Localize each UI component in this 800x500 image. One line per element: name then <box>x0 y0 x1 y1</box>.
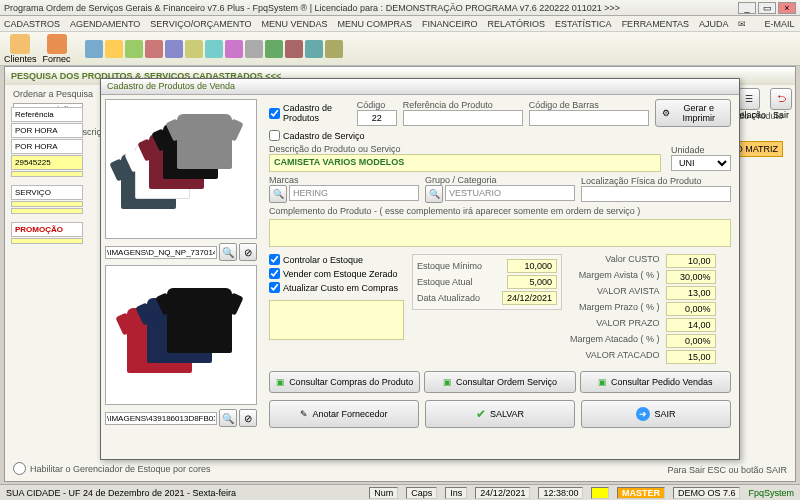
chk-cadastro-produtos[interactable]: Cadastro de Produtos <box>269 103 351 123</box>
label-margem-atacado: Margem Atacado ( % ) <box>570 334 660 348</box>
val-margem-atacado[interactable]: 0,00% <box>666 334 716 348</box>
val-atacado[interactable]: 15,00 <box>666 350 716 364</box>
email-icon: ✉ <box>738 19 746 29</box>
label-unidade: Unidade <box>671 145 731 155</box>
statusbar: SUA CIDADE - UF 24 de Dezembro de 2021 -… <box>0 484 800 500</box>
toolbar-icon[interactable] <box>145 40 163 58</box>
menu-financeiro[interactable]: FINANCEIRO <box>422 19 478 29</box>
status-fpq: FpqSystem <box>748 488 794 498</box>
val-margem-prazo[interactable]: 0,00% <box>666 302 716 316</box>
cell-por-hora[interactable]: POR HORA <box>11 139 83 154</box>
label-data-atualizado: Data Atualizado <box>417 293 480 303</box>
val-avista[interactable]: 13,00 <box>666 286 716 300</box>
cart-icon: ▣ <box>276 377 285 387</box>
list-icon: ☰ <box>738 88 760 110</box>
toolbar-icon[interactable] <box>125 40 143 58</box>
label-ordenar: Ordenar a Pesquisa <box>13 89 93 99</box>
chk-atualizar-custo[interactable]: Atualizar Custo em Compras <box>269 282 404 293</box>
product-modal: Cadastro de Produtos de Venda 🔍 ⊘ <box>100 78 740 460</box>
browse-button[interactable]: 🔍 <box>219 243 237 261</box>
field-grupo[interactable] <box>445 185 575 201</box>
toolbar-icon[interactable] <box>105 40 123 58</box>
menu-compras[interactable]: MENU COMPRAS <box>338 19 413 29</box>
field-barras[interactable] <box>529 110 649 126</box>
val-custo[interactable]: 10,00 <box>666 254 716 268</box>
field-descricao[interactable]: CAMISETA VARIOS MODELOS <box>269 154 661 172</box>
toolbar-icon[interactable] <box>85 40 103 58</box>
form-column: Cadastro de Produtos Código Referência d… <box>261 95 739 459</box>
field-complemento[interactable] <box>269 219 731 247</box>
label-descricao: Descrição do Produto ou Serviço <box>269 144 661 154</box>
field-referencia[interactable] <box>403 110 523 126</box>
tool-fornec[interactable]: Fornec <box>43 34 71 64</box>
maximize-button[interactable]: ▭ <box>758 2 776 14</box>
minimize-button[interactable]: _ <box>738 2 756 14</box>
cell-empty[interactable] <box>11 201 83 207</box>
btn-anotar-fornecedor[interactable]: ✎Anotar Fornecedor <box>269 400 419 428</box>
cell-servico[interactable]: SERVIÇO <box>11 185 83 200</box>
menu-agendamento[interactable]: AGENDAMENTO <box>70 19 140 29</box>
cell-code[interactable]: 29545225 <box>11 155 83 170</box>
toolbar-icon[interactable] <box>185 40 203 58</box>
menu-ferramentas[interactable]: FERRAMENTAS <box>622 19 689 29</box>
lookup-marcas[interactable]: 🔍 <box>269 185 287 203</box>
toolbar-icon[interactable] <box>305 40 323 58</box>
chk-controlar-estoque[interactable]: Controlar o Estoque <box>269 254 404 265</box>
toolbar-icon[interactable] <box>205 40 223 58</box>
menu-vendas[interactable]: MENU VENDAS <box>262 19 328 29</box>
menu-email[interactable]: E-MAIL <box>764 19 794 29</box>
field-localizacao[interactable] <box>581 186 731 202</box>
cell-empty[interactable] <box>11 208 83 214</box>
toolbar-icon-strip <box>85 40 796 58</box>
clear-image-button[interactable]: ⊘ <box>239 243 257 261</box>
notes-box[interactable] <box>269 300 404 340</box>
menu-cadastros[interactable]: CADASTROS <box>4 19 60 29</box>
val-margem-avista[interactable]: 30,00% <box>666 270 716 284</box>
gear-icon: ⚙ <box>662 108 670 118</box>
label-estoque-atual: Estoque Atual <box>417 277 473 287</box>
product-image-1 <box>105 99 257 239</box>
chk-vender-zerado[interactable]: Vender com Estoque Zerado <box>269 268 404 279</box>
image-path-1[interactable] <box>105 246 217 259</box>
menu-relatorios[interactable]: RELATÓRIOS <box>488 19 545 29</box>
btn-consultar-compras[interactable]: ▣Consultar Compras do Produto <box>269 371 420 393</box>
lookup-grupo[interactable]: 🔍 <box>425 185 443 203</box>
toolbar-icon[interactable] <box>285 40 303 58</box>
btn-consultar-pedido[interactable]: ▣Consultar Pedido Vendas <box>580 371 731 393</box>
toolbar-icon[interactable] <box>225 40 243 58</box>
btn-gerar-imprimir[interactable]: ⚙Gerar e Imprimir <box>655 99 731 127</box>
menu-ajuda[interactable]: AJUDA <box>699 19 729 29</box>
browse-button[interactable]: 🔍 <box>219 409 237 427</box>
chk-cadastro-servico[interactable]: Cadastro de Serviço <box>269 130 365 141</box>
cell-empty[interactable] <box>11 238 83 244</box>
label-localizacao: Localização Física do Produto <box>581 176 731 186</box>
clear-image-button[interactable]: ⊘ <box>239 409 257 427</box>
image-path-2[interactable] <box>105 412 217 425</box>
btn-sair-search[interactable]: ⮌ Sair <box>770 88 792 120</box>
menu-estatistica[interactable]: ESTATÍSTICA <box>555 19 612 29</box>
btn-salvar[interactable]: ✔SALVAR <box>425 400 575 428</box>
radio-habilitar[interactable] <box>13 462 26 475</box>
tool-clientes[interactable]: Clientes <box>4 34 37 64</box>
toolbar-icon[interactable] <box>265 40 283 58</box>
btn-sair[interactable]: ➜SAIR <box>581 400 731 428</box>
menu-servico[interactable]: SERVIÇO/ORÇAMENTO <box>150 19 251 29</box>
toolbar-icon[interactable] <box>165 40 183 58</box>
toolbar-icon[interactable] <box>325 40 343 58</box>
col-referencia: Referência <box>11 107 83 122</box>
combo-unidade[interactable]: UNI <box>671 155 731 171</box>
status-master: MASTER <box>617 487 665 499</box>
btn-consultar-ordem[interactable]: ▣Consultar Ordem Serviço <box>424 371 575 393</box>
val-estoque-min[interactable]: 10,000 <box>507 259 557 273</box>
close-button[interactable]: × <box>778 2 796 14</box>
field-marcas[interactable] <box>289 185 419 201</box>
val-estoque-atual[interactable]: 5,000 <box>507 275 557 289</box>
cell-promocao[interactable]: PROMOÇÃO <box>11 222 83 237</box>
toolbar-icon[interactable] <box>245 40 263 58</box>
field-codigo[interactable] <box>357 110 397 126</box>
cell-por-hora[interactable]: POR HORA <box>11 123 83 138</box>
cell-empty[interactable] <box>11 171 83 177</box>
val-prazo[interactable]: 14,00 <box>666 318 716 332</box>
stock-box: Estoque Mínimo10,000 Estoque Atual5,000 … <box>412 254 562 310</box>
label-margem-avista: Margem Avista ( % ) <box>570 270 660 284</box>
